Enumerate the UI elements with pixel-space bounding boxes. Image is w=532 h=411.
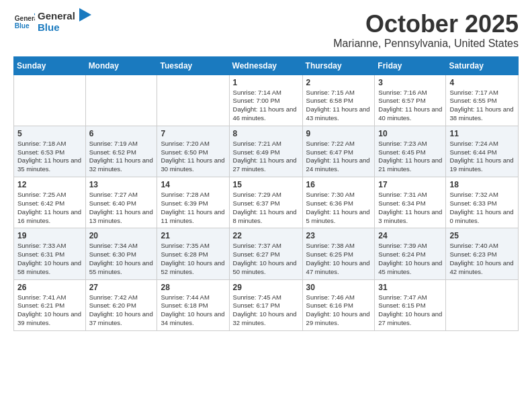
calendar-cell: 5Sunrise: 7:18 AMSunset: 6:53 PMDaylight… [14, 126, 86, 177]
day-info: Sunrise: 7:22 AMSunset: 6:47 PMDaylight:… [306, 140, 371, 174]
day-number: 24 [378, 231, 442, 240]
day-info: Sunrise: 7:18 AMSunset: 6:53 PMDaylight:… [17, 140, 82, 174]
calendar-cell: 27Sunrise: 7:42 AMSunset: 6:20 PMDayligh… [85, 279, 157, 330]
calendar-cell: 4Sunrise: 7:17 AMSunset: 6:55 PMDaylight… [446, 75, 519, 126]
day-info: Sunrise: 7:32 AMSunset: 6:33 PMDaylight:… [449, 191, 515, 225]
day-number: 3 [378, 78, 442, 87]
calendar-cell: 30Sunrise: 7:46 AMSunset: 6:16 PMDayligh… [302, 279, 375, 330]
calendar-cell: 9Sunrise: 7:22 AMSunset: 6:47 PMDaylight… [302, 126, 375, 177]
day-info: Sunrise: 7:14 AMSunset: 7:00 PMDaylight:… [233, 89, 299, 123]
col-wednesday: Wednesday [229, 56, 302, 75]
calendar-week-row: 12Sunrise: 7:25 AMSunset: 6:42 PMDayligh… [14, 177, 519, 228]
calendar-cell: 15Sunrise: 7:29 AMSunset: 6:37 PMDayligh… [229, 177, 302, 228]
day-info: Sunrise: 7:17 AMSunset: 6:55 PMDaylight:… [449, 89, 515, 123]
day-info: Sunrise: 7:47 AMSunset: 6:15 PMDaylight:… [378, 293, 442, 328]
day-number: 30 [306, 283, 371, 292]
calendar-cell: 28Sunrise: 7:44 AMSunset: 6:18 PMDayligh… [157, 279, 229, 330]
day-number: 19 [17, 231, 82, 240]
day-number: 2 [306, 78, 371, 87]
calendar-subtitle: Marianne, Pennsylvania, United States [333, 38, 519, 50]
day-info: Sunrise: 7:25 AMSunset: 6:42 PMDaylight:… [17, 191, 82, 225]
day-info: Sunrise: 7:29 AMSunset: 6:37 PMDaylight:… [233, 191, 299, 225]
day-number: 7 [161, 129, 225, 138]
day-info: Sunrise: 7:15 AMSunset: 6:58 PMDaylight:… [306, 89, 371, 123]
calendar-header-row: Sunday Monday Tuesday Wednesday Thursday… [14, 56, 519, 75]
day-number: 9 [306, 129, 371, 138]
day-number: 8 [233, 129, 299, 138]
calendar-cell: 18Sunrise: 7:32 AMSunset: 6:33 PMDayligh… [446, 177, 519, 228]
day-number: 29 [233, 283, 299, 292]
calendar-cell: 23Sunrise: 7:38 AMSunset: 6:25 PMDayligh… [302, 228, 375, 279]
calendar-cell: 19Sunrise: 7:33 AMSunset: 6:31 PMDayligh… [14, 228, 86, 279]
day-number: 25 [449, 231, 515, 240]
calendar-cell: 6Sunrise: 7:19 AMSunset: 6:52 PMDaylight… [85, 126, 157, 177]
col-friday: Friday [375, 56, 446, 75]
calendar-cell: 25Sunrise: 7:40 AMSunset: 6:23 PMDayligh… [446, 228, 519, 279]
day-info: Sunrise: 7:45 AMSunset: 6:17 PMDaylight:… [233, 293, 299, 328]
calendar-cell: 31Sunrise: 7:47 AMSunset: 6:15 PMDayligh… [375, 279, 446, 330]
calendar-cell: 11Sunrise: 7:24 AMSunset: 6:44 PMDayligh… [446, 126, 519, 177]
calendar-cell [14, 75, 86, 126]
day-info: Sunrise: 7:39 AMSunset: 6:24 PMDaylight:… [378, 242, 442, 276]
day-number: 23 [306, 231, 371, 240]
day-number: 16 [306, 180, 371, 189]
col-saturday: Saturday [446, 56, 519, 75]
day-number: 21 [161, 231, 225, 240]
calendar-cell: 22Sunrise: 7:37 AMSunset: 6:27 PMDayligh… [229, 228, 302, 279]
calendar-cell: 17Sunrise: 7:31 AMSunset: 6:34 PMDayligh… [375, 177, 446, 228]
day-info: Sunrise: 7:44 AMSunset: 6:18 PMDaylight:… [161, 293, 225, 328]
svg-text:General: General [15, 15, 35, 22]
day-number: 13 [89, 180, 154, 189]
page: General Blue General Blue October 2025 M… [0, 0, 532, 411]
calendar-cell: 14Sunrise: 7:28 AMSunset: 6:39 PMDayligh… [157, 177, 229, 228]
logo-general: General [38, 11, 75, 22]
day-info: Sunrise: 7:38 AMSunset: 6:25 PMDaylight:… [306, 242, 371, 276]
day-number: 5 [17, 129, 82, 138]
logo-icon: General Blue [13, 13, 35, 32]
col-tuesday: Tuesday [157, 56, 229, 75]
calendar-cell: 26Sunrise: 7:41 AMSunset: 6:21 PMDayligh… [14, 279, 86, 330]
day-number: 28 [161, 283, 225, 292]
logo-blue: Blue [38, 22, 75, 34]
day-info: Sunrise: 7:23 AMSunset: 6:45 PMDaylight:… [378, 140, 442, 174]
calendar-cell: 2Sunrise: 7:15 AMSunset: 6:58 PMDaylight… [302, 75, 375, 126]
logo-flag-icon [79, 8, 91, 27]
day-info: Sunrise: 7:40 AMSunset: 6:23 PMDaylight:… [449, 242, 515, 276]
day-info: Sunrise: 7:31 AMSunset: 6:34 PMDaylight:… [378, 191, 442, 225]
svg-text:Blue: Blue [15, 22, 30, 30]
day-number: 22 [233, 231, 299, 240]
day-info: Sunrise: 7:27 AMSunset: 6:40 PMDaylight:… [89, 191, 154, 225]
day-number: 31 [378, 283, 442, 292]
day-info: Sunrise: 7:34 AMSunset: 6:30 PMDaylight:… [89, 242, 154, 276]
header: General Blue General Blue October 2025 M… [13, 11, 519, 50]
calendar-cell: 3Sunrise: 7:16 AMSunset: 6:57 PMDaylight… [375, 75, 446, 126]
calendar-cell: 29Sunrise: 7:45 AMSunset: 6:17 PMDayligh… [229, 279, 302, 330]
calendar-table: Sunday Monday Tuesday Wednesday Thursday… [13, 56, 519, 331]
day-number: 15 [233, 180, 299, 189]
day-number: 6 [89, 129, 154, 138]
title-block: October 2025 Marianne, Pennsylvania, Uni… [333, 11, 519, 50]
calendar-cell: 13Sunrise: 7:27 AMSunset: 6:40 PMDayligh… [85, 177, 157, 228]
calendar-cell: 21Sunrise: 7:35 AMSunset: 6:28 PMDayligh… [157, 228, 229, 279]
day-info: Sunrise: 7:16 AMSunset: 6:57 PMDaylight:… [378, 89, 442, 123]
day-number: 20 [89, 231, 154, 240]
calendar-cell: 10Sunrise: 7:23 AMSunset: 6:45 PMDayligh… [375, 126, 446, 177]
day-info: Sunrise: 7:35 AMSunset: 6:28 PMDaylight:… [161, 242, 225, 276]
day-number: 10 [378, 129, 442, 138]
day-number: 27 [89, 283, 154, 292]
day-info: Sunrise: 7:37 AMSunset: 6:27 PMDaylight:… [233, 242, 299, 276]
calendar-cell: 7Sunrise: 7:20 AMSunset: 6:50 PMDaylight… [157, 126, 229, 177]
calendar-title: October 2025 [333, 11, 519, 38]
col-monday: Monday [85, 56, 157, 75]
day-number: 11 [449, 129, 515, 138]
day-info: Sunrise: 7:41 AMSunset: 6:21 PMDaylight:… [17, 293, 82, 328]
day-number: 12 [17, 180, 82, 189]
day-info: Sunrise: 7:20 AMSunset: 6:50 PMDaylight:… [161, 140, 225, 174]
svg-marker-2 [34, 13, 35, 15]
calendar-week-row: 1Sunrise: 7:14 AMSunset: 7:00 PMDaylight… [14, 75, 519, 126]
calendar-cell: 16Sunrise: 7:30 AMSunset: 6:36 PMDayligh… [302, 177, 375, 228]
day-number: 14 [161, 180, 225, 189]
day-info: Sunrise: 7:33 AMSunset: 6:31 PMDaylight:… [17, 242, 82, 276]
calendar-week-row: 5Sunrise: 7:18 AMSunset: 6:53 PMDaylight… [14, 126, 519, 177]
calendar-cell [446, 279, 519, 330]
